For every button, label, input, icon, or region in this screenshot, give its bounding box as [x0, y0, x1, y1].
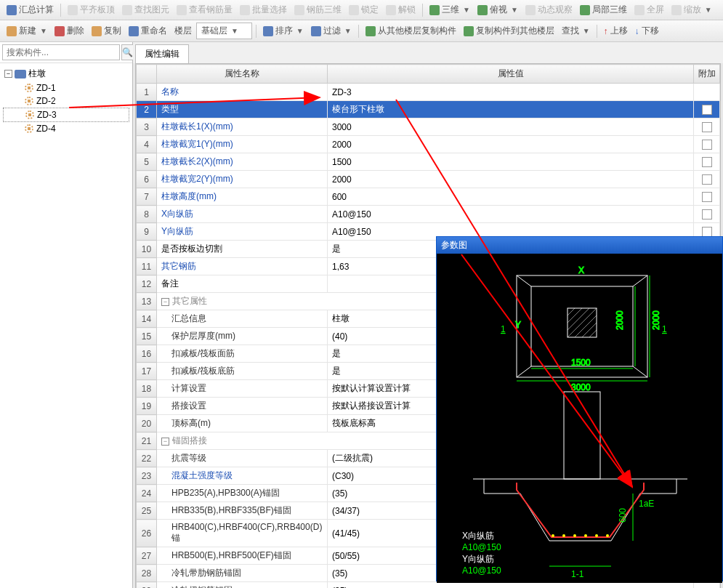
diagram-title[interactable]: 参数图 [437, 237, 722, 254]
base-select[interactable]: 基础层▼ [196, 23, 252, 39]
search-button[interactable]: 🔍 [121, 44, 134, 60]
delete-button[interactable]: 删除 [52, 23, 87, 39]
checkbox[interactable] [702, 122, 712, 132]
svg-text:A10@150: A10@150 [462, 542, 501, 552]
collapse-icon[interactable]: − [161, 298, 169, 306]
prop-name: 扣减板/筏板底筋 [157, 363, 328, 380]
prop-value[interactable]: A10@150 [328, 206, 694, 223]
grid-row[interactable]: 5柱墩截长2(X)(mm)1500 [137, 153, 720, 171]
row-num: 28 [137, 565, 157, 582]
tree-root-label: 柱墩 [28, 68, 46, 80]
checkbox[interactable] [702, 157, 712, 167]
checkbox[interactable] [702, 140, 712, 150]
row-num: 25 [137, 502, 157, 520]
dynamic-button[interactable]: 动态观察 [522, 2, 575, 17]
grid-row[interactable]: 7柱墩高度(mm)600 [137, 188, 720, 206]
grid-row[interactable]: 8X向纵筋A10@150 [137, 206, 720, 223]
prop-value[interactable]: 棱台形下柱墩 [328, 101, 694, 118]
row-num: 14 [137, 310, 157, 328]
row-num: 23 [137, 467, 157, 485]
fullscreen-button[interactable]: 全屏 [631, 2, 667, 17]
grid-row[interactable]: 3柱墩截长1(X)(mm)3000 [137, 118, 720, 136]
tab-property-edit[interactable]: 属性编辑 [135, 44, 189, 63]
rename-icon [129, 26, 139, 36]
tree-item-ZD-2[interactable]: ZD-2 [3, 94, 129, 108]
grid-row[interactable]: 4柱墩截宽1(Y)(mm)2000 [137, 136, 720, 153]
tree-root[interactable]: − 柱墩 [3, 66, 129, 81]
checkbox[interactable] [702, 227, 712, 237]
grid-row[interactable]: 6柱墩截宽2(Y)(mm)2000 [137, 171, 720, 188]
prop-value[interactable]: ZD-3 [328, 84, 694, 101]
copy-to-button[interactable]: 复制构件到其他楼层 [461, 23, 557, 39]
collapse-icon[interactable]: − [161, 438, 169, 446]
checkbox[interactable] [702, 174, 712, 185]
svg-text:1: 1 [662, 324, 667, 334]
full-icon [634, 5, 645, 15]
row-num: 18 [137, 380, 157, 398]
cube-icon [429, 5, 440, 15]
prop-value[interactable]: 3000 [328, 118, 694, 136]
tree-item-ZD-4[interactable]: ZD-4 [3, 122, 129, 135]
prop-name: 其它钢筋 [157, 258, 328, 275]
sort-button[interactable]: 排序▼ [260, 23, 307, 39]
prop-name: HRB335(B),HRBF335(BF)锚固 [157, 502, 328, 520]
rename-button[interactable]: 重命名 [126, 23, 170, 39]
move-down-button[interactable]: ↓下移 [632, 23, 662, 39]
prop-name: 搭接设置 [157, 398, 328, 415]
checkbox[interactable] [702, 105, 712, 115]
prop-value[interactable]: 600 [328, 188, 694, 206]
checkbox[interactable] [702, 209, 712, 220]
grid-row[interactable]: 1名称ZD-3 [137, 84, 720, 101]
lock-button[interactable]: 锁定 [346, 2, 381, 17]
prop-name: 顶标高(m) [157, 415, 328, 432]
move-up-button[interactable]: ↑上移 [601, 23, 631, 39]
row-num: 16 [137, 345, 157, 363]
lock-icon [349, 5, 359, 15]
svg-point-35 [552, 534, 554, 537]
unlock-button[interactable]: 解锁 [383, 2, 419, 17]
svg-text:X: X [578, 265, 584, 275]
row-num: 27 [137, 547, 157, 565]
gear-icon [25, 110, 34, 119]
search-input[interactable] [2, 44, 120, 60]
svg-text:X向纵筋: X向纵筋 [462, 531, 494, 541]
diagram-canvas: 1500 3000 2000 2000 X Y 1 1 [437, 254, 722, 583]
tree-item-ZD-3[interactable]: ZD-3 [3, 108, 129, 122]
toolbar-1: 汇总计算 平齐板顶 查找图元 查看钢筋量 批量选择 钢筋三维 锁定 解锁 三维▼… [0, 0, 723, 20]
batch-select-button[interactable]: 批量选择 [237, 2, 290, 17]
check-steel-button[interactable]: 查看钢筋量 [174, 2, 235, 17]
copy-from-button[interactable]: 从其他楼层复制构件 [363, 23, 459, 39]
filter-button[interactable]: 过滤▼ [308, 23, 355, 39]
prop-value[interactable]: 1500 [328, 153, 694, 171]
zoom-button[interactable]: 缩放▼ [669, 2, 715, 17]
local-3d-button[interactable]: 局部三维 [577, 2, 630, 17]
prop-value[interactable]: 2000 [328, 171, 694, 188]
svg-text:2000: 2000 [651, 310, 661, 330]
prop-value[interactable]: 2000 [328, 136, 694, 153]
steel-3d-button[interactable]: 钢筋三维 [291, 2, 344, 17]
grid-row[interactable]: 2类型棱台形下柱墩 [137, 101, 720, 118]
copy-button[interactable]: 复制 [89, 23, 124, 39]
collapse-icon[interactable]: − [4, 70, 12, 78]
find-elem-button[interactable]: 查找图元 [119, 2, 172, 17]
parameter-diagram-window[interactable]: 参数图 1500 3000 2000 2000 X [436, 236, 723, 581]
prop-name: 汇总信息 [157, 310, 328, 328]
svg-line-8 [568, 308, 582, 323]
delete-icon [54, 26, 65, 36]
row-num: 7 [137, 188, 157, 206]
sum-calc-button[interactable]: 汇总计算 [4, 2, 57, 17]
new-button[interactable]: 新建▼ [4, 23, 50, 39]
prop-name: Y向纵筋 [157, 223, 328, 241]
svg-line-4 [517, 366, 531, 377]
find-button[interactable]: 查找▼ [559, 23, 593, 39]
prop-name: 冷轧带肋钢筋锚固 [157, 565, 328, 582]
align-top-button[interactable]: 平齐板顶 [65, 2, 118, 17]
perspective-button[interactable]: 俯视▼ [474, 2, 521, 17]
prop-name: 柱墩高度(mm) [157, 188, 328, 206]
svg-line-12 [582, 323, 597, 337]
tree-item-ZD-1[interactable]: ZD-1 [3, 81, 129, 94]
view-3d-button[interactable]: 三维▼ [427, 2, 473, 17]
gear-icon [25, 124, 33, 133]
checkbox[interactable] [702, 192, 712, 202]
sigma-icon [7, 5, 17, 15]
